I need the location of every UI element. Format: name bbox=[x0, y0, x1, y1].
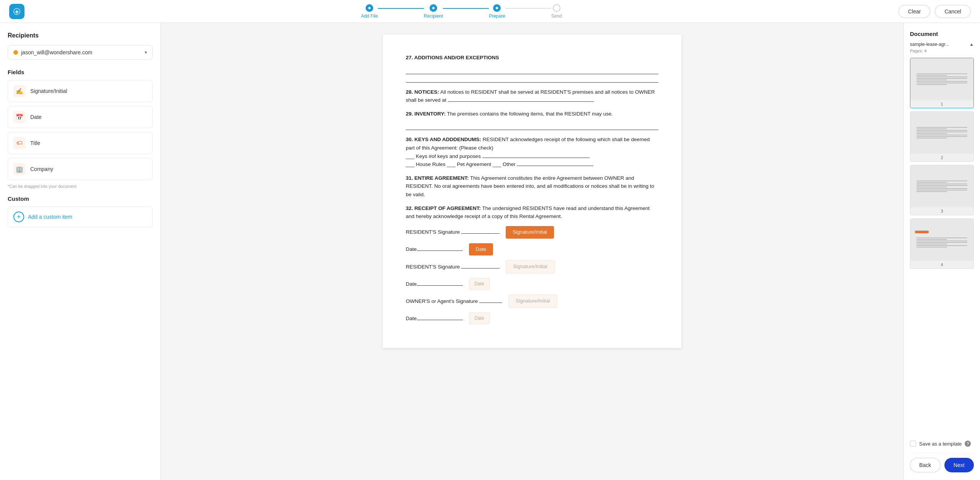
step-add-file: Add File bbox=[361, 4, 378, 19]
connector-1 bbox=[378, 8, 424, 9]
left-sidebar: Recipients jason_will@wondershare.com ▾ … bbox=[0, 23, 161, 480]
doc-name-row: sample-lease-agr... ▲ bbox=[910, 42, 974, 47]
next-button[interactable]: Next bbox=[944, 458, 974, 472]
progress-steps: Add File Recipient Prepare Send bbox=[361, 4, 562, 19]
page-thumb-2-preview bbox=[910, 112, 973, 154]
save-template-checkbox[interactable] bbox=[910, 441, 916, 447]
section-32: 32. RECEIPT OF AGREEMENT: The undersigne… bbox=[406, 204, 658, 221]
recipient-left: jason_will@wondershare.com bbox=[13, 49, 92, 55]
save-template-label: Save as a template bbox=[919, 441, 962, 447]
sig-row-2: RESIDENT'S Signature Signature/Initial bbox=[406, 260, 658, 273]
section-31: 31. ENTIRE AGREEMENT: This Agreement con… bbox=[406, 174, 658, 199]
cancel-button[interactable]: Cancel bbox=[935, 5, 971, 18]
connector-2 bbox=[443, 8, 489, 9]
document-text: 27. ADDITIONS AND/OR EXCEPTIONS 28. NOTI… bbox=[406, 54, 658, 324]
company-icon: 🏢 bbox=[13, 163, 26, 175]
field-company-label: Company bbox=[30, 166, 53, 172]
page-num-3: 3 bbox=[910, 207, 973, 215]
recipient-email: jason_will@wondershare.com bbox=[21, 49, 92, 55]
clear-button[interactable]: Clear bbox=[898, 5, 930, 18]
field-signature-label: Signature/Initial bbox=[30, 88, 67, 94]
topbar: Add File Recipient Prepare Send Clear Ca… bbox=[0, 0, 980, 23]
step-label-send: Send bbox=[551, 13, 562, 19]
date-row-3: Date Date bbox=[406, 312, 658, 324]
section-30: 30. KEYS AND ADDDENDUMS: RESIDENT acknow… bbox=[406, 135, 658, 168]
date-row-1: Date Date bbox=[406, 243, 658, 256]
date-field-3[interactable]: Date bbox=[469, 312, 490, 324]
field-company[interactable]: 🏢 Company bbox=[8, 158, 153, 180]
section-29-line bbox=[406, 123, 658, 130]
save-template-row: Save as a template ? bbox=[910, 434, 974, 447]
page-thumb-3[interactable]: 3 bbox=[910, 165, 974, 215]
document-name: sample-lease-agr... bbox=[910, 42, 949, 47]
info-icon[interactable]: ? bbox=[965, 441, 971, 447]
page-thumb-4-preview bbox=[910, 219, 973, 261]
page-num-2: 2 bbox=[910, 154, 973, 161]
step-recipient: Recipient bbox=[424, 4, 443, 19]
field-title-label: Title bbox=[30, 140, 40, 146]
fields-title: Fields bbox=[8, 69, 153, 75]
page-thumb-1[interactable]: 1 bbox=[910, 58, 974, 108]
section-27-line bbox=[406, 67, 658, 83]
connector-3 bbox=[505, 8, 551, 9]
custom-title: Custom bbox=[8, 195, 153, 202]
signature-field-3[interactable]: Signature/Initial bbox=[508, 295, 557, 308]
add-custom-button[interactable]: + Add a custom item bbox=[8, 207, 153, 227]
title-icon: 🏷 bbox=[13, 137, 26, 149]
sig-row-3: OWNER'S or Agent's Signature Signature/I… bbox=[406, 295, 658, 308]
main-layout: Recipients jason_will@wondershare.com ▾ … bbox=[0, 23, 980, 480]
chevron-down-icon: ▾ bbox=[145, 50, 147, 55]
field-date[interactable]: 📅 Date bbox=[8, 106, 153, 128]
recipient-dot bbox=[13, 50, 18, 55]
add-custom-label: Add a custom item bbox=[28, 214, 72, 220]
document-panel-title: Document bbox=[910, 31, 974, 37]
page-thumb-4[interactable]: 4 bbox=[910, 218, 974, 269]
recipients-title: Recipients bbox=[8, 32, 153, 39]
date-field-2[interactable]: Date bbox=[469, 278, 490, 290]
date-row-2: Date Date bbox=[406, 278, 658, 290]
section-27: 27. ADDITIONS AND/OR EXCEPTIONS bbox=[406, 54, 658, 62]
sig-row-1: RESIDENT'S Signature Signature/Initial bbox=[406, 226, 658, 239]
topbar-actions: Clear Cancel bbox=[898, 5, 971, 18]
document-area: 27. ADDITIONS AND/OR EXCEPTIONS 28. NOTI… bbox=[161, 23, 903, 480]
signature-area: RESIDENT'S Signature Signature/Initial D… bbox=[406, 226, 658, 325]
svg-point-1 bbox=[432, 7, 434, 9]
bottom-actions: Back Next bbox=[910, 453, 974, 472]
date-row-1-label: Date bbox=[406, 245, 463, 254]
field-signature[interactable]: ✍ Signature/Initial bbox=[8, 80, 153, 102]
section-29: 29. INVENTORY: The premises contains the… bbox=[406, 110, 658, 118]
step-dot-add-file bbox=[366, 4, 373, 12]
page-thumb-1-preview bbox=[910, 58, 973, 100]
page-num-1: 1 bbox=[910, 100, 973, 108]
step-send: Send bbox=[551, 4, 562, 19]
date-row-2-label: Date bbox=[406, 280, 463, 288]
right-panel: Document sample-lease-agr... ▲ Pages: 4 bbox=[903, 23, 980, 480]
field-date-label: Date bbox=[30, 114, 42, 120]
plus-icon: + bbox=[13, 212, 24, 222]
svg-point-2 bbox=[496, 7, 498, 9]
sig-row-2-label: RESIDENT'S Signature bbox=[406, 263, 500, 271]
document-pages-count: Pages: 4 bbox=[910, 49, 974, 53]
step-dot-prepare bbox=[493, 4, 501, 12]
sig-row-1-label: RESIDENT'S Signature bbox=[406, 228, 500, 236]
page-thumb-2[interactable]: 2 bbox=[910, 111, 974, 162]
page-thumb-3-preview bbox=[910, 165, 973, 207]
step-prepare: Prepare bbox=[489, 4, 505, 19]
signature-field-1[interactable]: Signature/Initial bbox=[506, 226, 554, 239]
signature-field-2[interactable]: Signature/Initial bbox=[506, 260, 555, 273]
date-row-3-label: Date bbox=[406, 314, 463, 323]
drag-hint: *Can be dragged into your document bbox=[8, 184, 153, 189]
section-28: 28. NOTICES: All notices to RESIDENT sha… bbox=[406, 88, 658, 104]
recipient-selector[interactable]: jason_will@wondershare.com ▾ bbox=[8, 45, 153, 60]
document-page: 27. ADDITIONS AND/OR EXCEPTIONS 28. NOTI… bbox=[383, 34, 681, 348]
step-label-prepare: Prepare bbox=[489, 13, 505, 19]
collapse-icon[interactable]: ▲ bbox=[969, 42, 974, 47]
app-logo bbox=[9, 4, 24, 19]
date-icon: 📅 bbox=[13, 111, 26, 123]
signature-icon: ✍ bbox=[13, 85, 26, 97]
date-field-1[interactable]: Date bbox=[469, 243, 493, 256]
back-button[interactable]: Back bbox=[910, 458, 941, 472]
step-label-recipient: Recipient bbox=[424, 13, 443, 19]
svg-point-0 bbox=[368, 7, 371, 9]
field-title[interactable]: 🏷 Title bbox=[8, 132, 153, 154]
